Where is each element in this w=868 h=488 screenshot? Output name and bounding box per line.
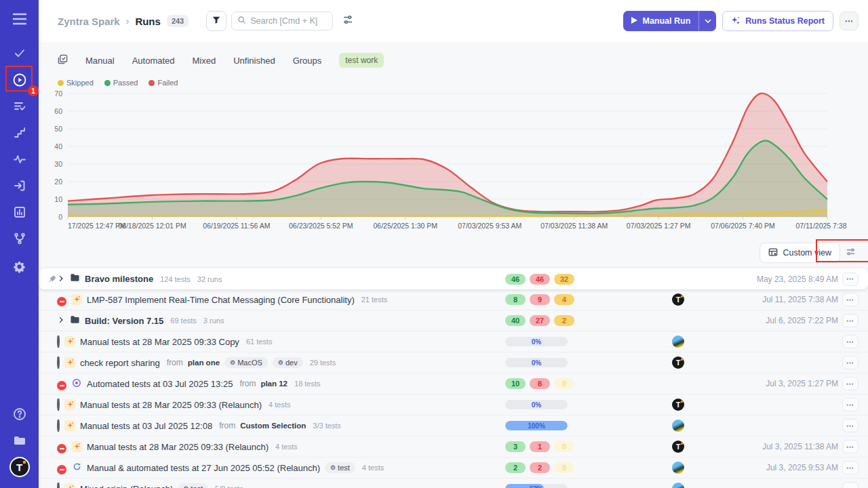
avatar[interactable]: [672, 336, 684, 348]
custom-view-button[interactable]: Custom view: [760, 243, 840, 263]
sidebar-item-folder[interactable]: [0, 429, 39, 452]
status-failed-icon: [57, 444, 66, 453]
sidebar-item-gear[interactable]: [0, 255, 39, 278]
sidebar-avatar[interactable]: T: [0, 455, 39, 479]
annotation-badge-1: 1: [28, 85, 39, 96]
adjustments-icon[interactable]: [342, 14, 353, 28]
run-results: 0%: [505, 358, 614, 367]
table-row[interactable]: Manual & automated tests at 27 Jun 2025 …: [39, 458, 868, 479]
sidebar-item-bar-chart[interactable]: [0, 201, 39, 224]
run-title[interactable]: Automated tests at 03 Jul 2025 13:25: [87, 379, 233, 389]
run-status: [57, 461, 66, 474]
sidebar-item-steps[interactable]: [0, 121, 39, 144]
row-more-button[interactable]: ⋯: [842, 335, 859, 348]
run-status: [57, 377, 66, 390]
tab-unfinished[interactable]: Unfinished: [233, 56, 275, 66]
table-row[interactable]: Automated tests at 03 Jul 2025 13:25from…: [39, 373, 868, 394]
run-title[interactable]: Manual tests at 28 Mar 2025 09:33 (Relau…: [80, 400, 262, 410]
from-plan-name[interactable]: plan one: [188, 359, 220, 367]
run-title[interactable]: Manual tests at 28 Mar 2025 09:33 Copy: [80, 337, 239, 347]
sidebar-item-branch[interactable]: [0, 227, 39, 250]
row-more-button[interactable]: ⋯: [842, 377, 859, 390]
table-row[interactable]: Build: Version 7.1569 tests3 runs40272Ju…: [39, 310, 868, 331]
row-more-button[interactable]: ⋯: [842, 482, 859, 488]
table-row[interactable]: check report sharingfromplan one⚙MacOS⚙d…: [39, 352, 868, 373]
run-title[interactable]: Manual & automated tests at 27 Jun 2025 …: [87, 463, 320, 473]
folder-icon: [70, 272, 80, 283]
sidebar-item-check[interactable]: [0, 41, 39, 64]
run-title[interactable]: LMP-587 Implement Real-Time Chat Messagi…: [87, 295, 355, 305]
select-all-icon[interactable]: [58, 54, 68, 67]
top-bar: Zyntra Spark › Runs 243: [39, 0, 868, 42]
search-input[interactable]: [250, 16, 325, 26]
row-more-button[interactable]: ⋯: [842, 356, 859, 369]
run-title[interactable]: Mixed origin (Relaunch): [80, 484, 173, 488]
avatar[interactable]: [672, 462, 684, 474]
run-title[interactable]: Manual tests at 03 Jul 2025 12:08: [80, 421, 212, 431]
table-row[interactable]: Mixed origin (Relaunch)⚙test5/8 tests62%…: [39, 479, 868, 488]
table-row[interactable]: Manual tests at 03 Jul 2025 12:08fromCus…: [39, 415, 868, 436]
avatar[interactable]: T: [672, 399, 684, 411]
run-title[interactable]: Manual tests at 28 Mar 2025 09:33 (Relau…: [87, 442, 269, 452]
run-title[interactable]: Bravo milestone: [85, 274, 153, 284]
sidebar-item-sign-in[interactable]: [0, 174, 39, 197]
row-more-button[interactable]: ⋯: [842, 314, 859, 327]
table-row[interactable]: Manual tests at 28 Mar 2025 09:33 (Relau…: [39, 436, 868, 458]
config-chip[interactable]: ⚙dev: [273, 357, 303, 368]
header-more-button[interactable]: ⋯: [840, 12, 859, 30]
run-title[interactable]: check report sharing: [80, 358, 160, 368]
filter-button[interactable]: [206, 11, 226, 31]
sidebar-item-pulse[interactable]: [0, 148, 39, 171]
row-more-button[interactable]: ⋯: [842, 293, 859, 306]
row-menu-cell: ⋯: [842, 335, 859, 348]
from-plan-name[interactable]: plan 12: [260, 380, 288, 388]
row-more-button[interactable]: ⋯: [842, 461, 859, 474]
sidebar-item-help[interactable]: [0, 403, 39, 426]
progress-bar: 0%: [505, 400, 568, 409]
table-row[interactable]: Manual tests at 28 Mar 2025 09:33 Copy61…: [39, 331, 868, 352]
row-more-button[interactable]: ⋯: [842, 440, 859, 453]
from-plan-name[interactable]: Custom Selection: [240, 422, 306, 430]
env-badge[interactable]: test work: [339, 53, 384, 68]
folder-icon-wrap: [70, 314, 80, 327]
breadcrumb-project[interactable]: Zyntra Spark: [58, 16, 120, 27]
avatar[interactable]: T: [672, 357, 684, 369]
manual-run-button[interactable]: Manual Run: [623, 11, 716, 31]
legend-item-failed: Failed: [149, 79, 178, 87]
tab-manual[interactable]: Manual: [85, 56, 115, 66]
config-chip[interactable]: ⚙test: [325, 462, 355, 473]
tab-automated[interactable]: Automated: [132, 56, 175, 66]
row-menu-cell: ⋯: [842, 440, 859, 453]
run-results: 1080: [505, 378, 614, 389]
table-row[interactable]: Manual tests at 28 Mar 2025 09:33 (Relau…: [39, 394, 868, 415]
avatar[interactable]: T: [672, 293, 684, 306]
progress-label: 100%: [505, 421, 568, 430]
avatar[interactable]: [672, 483, 684, 488]
tab-mixed[interactable]: Mixed: [193, 56, 216, 66]
runs-status-report-button[interactable]: Runs Status Report: [722, 11, 833, 31]
sidebar-item-list-check[interactable]: [0, 95, 39, 118]
run-title[interactable]: Build: Version 7.15: [85, 316, 163, 326]
tab-groups[interactable]: Groups: [293, 56, 322, 66]
expand-chevron[interactable]: [57, 273, 65, 285]
config-chip[interactable]: ⚙test: [178, 483, 208, 488]
manual-run-dropdown[interactable]: [698, 11, 716, 31]
expand-chevron[interactable]: [57, 314, 65, 327]
table-row[interactable]: LMP-587 Implement Real-Time Chat Messagi…: [39, 289, 868, 310]
config-chip[interactable]: ⚙MacOS: [224, 357, 268, 368]
skipped-count-badge: 32: [554, 274, 574, 285]
row-more-button[interactable]: ⋯: [842, 419, 859, 432]
table-row[interactable]: Bravo milestone124 tests32 runs464632May…: [39, 268, 868, 289]
row-more-button[interactable]: ⋯: [842, 272, 859, 286]
sidebar-item-menu[interactable]: [0, 7, 39, 30]
search-box[interactable]: [231, 12, 333, 30]
row-more-button[interactable]: ⋯: [842, 398, 859, 411]
chart-wrap: 01020304050607017/2025 12:47 PM06/18/202…: [47, 88, 868, 237]
view-options-icon[interactable]: [846, 247, 856, 260]
avatar[interactable]: [672, 420, 684, 432]
sign-in-icon: [13, 179, 26, 192]
row-menu-cell: ⋯: [842, 272, 859, 286]
breadcrumb: Zyntra Spark › Runs 243: [58, 15, 189, 27]
run-date: Jul 3, 2025 11:38 AM: [703, 442, 838, 451]
avatar[interactable]: T: [672, 441, 684, 453]
